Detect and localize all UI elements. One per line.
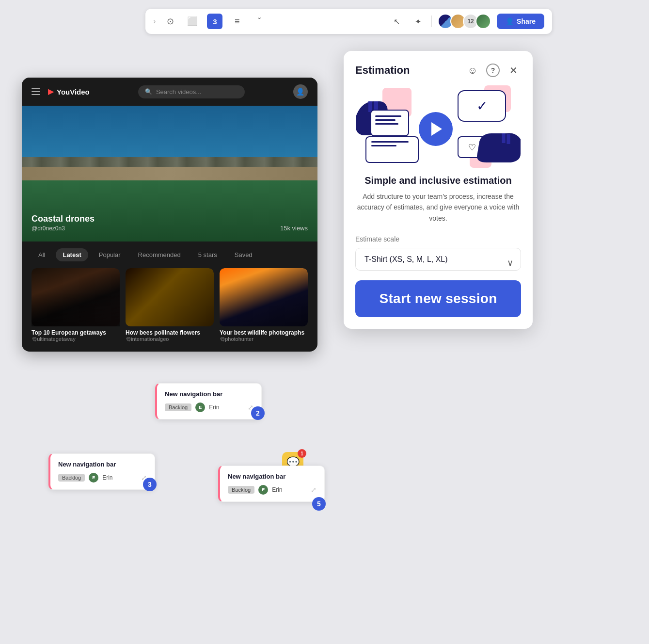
- video-title-3: Your best wildlife photographs: [220, 329, 308, 336]
- video-card-1[interactable]: Top 10 European getaways @ultimategetawa…: [32, 268, 120, 342]
- sticky-author-1: Erin: [209, 404, 219, 411]
- video-author-1: @ultimategetaway: [32, 336, 120, 342]
- estimation-subtitle: Simple and inclusive estimation: [355, 175, 521, 186]
- badge-5: 5: [312, 497, 326, 511]
- video-logo-text: YouVideo: [57, 88, 90, 96]
- avatar-photo2: [475, 14, 491, 29]
- video-logo: ▶ YouVideo: [48, 87, 90, 96]
- hero-title: Coastal drones: [32, 214, 95, 224]
- tab-latest[interactable]: Latest: [56, 248, 88, 261]
- hero-views: 15k views: [280, 225, 308, 232]
- text-icon[interactable]: ≡: [229, 14, 245, 29]
- tab-all[interactable]: All: [32, 248, 52, 261]
- sticky-note-3[interactable]: New navigation bar Backlog E Erin ⤢: [218, 466, 325, 502]
- sticky-note-1-footer: Backlog E Erin ⤢: [165, 402, 253, 412]
- sticky-note-3-footer: Backlog E Erin ⤢: [228, 485, 317, 495]
- illus-bottom-card: [365, 136, 419, 163]
- sticky-tag-3: Backlog: [228, 486, 254, 494]
- sticky-avatar-2: E: [89, 473, 98, 483]
- illus-right-hand: [472, 129, 521, 165]
- video-thumb-1: [32, 268, 120, 326]
- sticky-tag-2: Backlog: [58, 474, 85, 482]
- back-arrow-icon[interactable]: ›: [153, 17, 156, 26]
- toolbar-left: › ⊙ ⬜ 3 ≡ ˇ: [153, 14, 267, 29]
- estimation-icon[interactable]: 3: [207, 14, 222, 29]
- video-thumb-3: [220, 268, 308, 326]
- hero-info: Coastal drones @dr0nez0n3 15k views: [32, 214, 308, 232]
- close-icon[interactable]: ✕: [506, 63, 521, 78]
- play-triangle-icon: [431, 122, 442, 136]
- sticky-author-3: Erin: [272, 486, 282, 493]
- video-title-2: How bees pollinate flowers: [126, 329, 214, 336]
- user-avatar[interactable]: 👤: [293, 84, 308, 99]
- estimation-header-icons: ☺ ? ✕: [465, 63, 521, 78]
- clock-icon[interactable]: ⊙: [162, 14, 178, 29]
- illustration-container: ✓ ♡: [356, 85, 521, 168]
- sticky-note-1-title: New navigation bar: [165, 390, 253, 398]
- video-thumb-2: [126, 268, 214, 326]
- estimation-header: Estimation ☺ ? ✕: [344, 51, 533, 78]
- hero-author: @dr0nez0n3: [32, 225, 95, 232]
- video-title-1: Top 10 European getaways: [32, 329, 120, 336]
- sticky-note-2-footer: Backlog E Erin ⤢: [58, 473, 147, 483]
- sticky-note-2-title: New navigation bar: [58, 461, 147, 468]
- divider: [431, 16, 432, 27]
- estimation-illustration: ✓ ♡: [344, 78, 533, 175]
- estimation-body: Simple and inclusive estimation Add stru…: [344, 175, 533, 329]
- help-icon[interactable]: ?: [486, 64, 500, 77]
- sticky-author-2: Erin: [102, 474, 112, 481]
- toolbar: › ⊙ ⬜ 3 ≡ ˇ ↖ ✦ 12 👤 Share: [145, 9, 552, 34]
- badge-3: 3: [143, 478, 157, 491]
- tab-recommended[interactable]: Recommended: [131, 248, 188, 261]
- hero-shore: [22, 167, 317, 180]
- illus-card-lines: [375, 115, 404, 125]
- emoji-icon[interactable]: ☺: [465, 63, 480, 78]
- scale-select[interactable]: T-Shirt (XS, S, M, L, XL) Fibonacci (1, …: [355, 248, 521, 271]
- avatar-group: 12: [438, 14, 491, 29]
- video-search[interactable]: 🔍 Search videos...: [138, 85, 245, 98]
- cursor-icon[interactable]: ↖: [389, 14, 404, 29]
- illus-speech-bubble: ✓: [458, 90, 506, 122]
- sticky-note-2[interactable]: New navigation bar Backlog E Erin ⤢: [48, 453, 155, 490]
- sticky-avatar-1: E: [195, 402, 205, 412]
- share-icon: 👤: [506, 17, 514, 25]
- video-card-2[interactable]: How bees pollinate flowers @internationa…: [126, 268, 214, 342]
- chat-notification-badge: 1: [298, 449, 306, 458]
- hamburger-menu[interactable]: [32, 88, 40, 95]
- hero-forest: [22, 180, 317, 242]
- illus-bottom-lines: [371, 141, 413, 146]
- illus-play-button[interactable]: [419, 112, 453, 146]
- tab-popular[interactable]: Popular: [92, 248, 127, 261]
- video-app-mockup: ▶ YouVideo 🔍 Search videos... 👤 Coastal …: [22, 78, 317, 352]
- expand-icon-3[interactable]: ⤢: [311, 486, 317, 494]
- badge-2: 2: [251, 406, 265, 420]
- share-button[interactable]: 👤 Share: [497, 14, 544, 29]
- tab-saved[interactable]: Saved: [228, 248, 259, 261]
- video-card-3[interactable]: Your best wildlife photographs @photohun…: [220, 268, 308, 342]
- video-author-2: @internationalgeo: [126, 336, 214, 342]
- sticky-tag-1: Backlog: [165, 403, 191, 411]
- video-hero: Coastal drones @dr0nez0n3 15k views: [22, 106, 317, 242]
- scale-select-wrapper: T-Shirt (XS, S, M, L, XL) Fibonacci (1, …: [355, 248, 521, 280]
- sticky-note-3-title: New navigation bar: [228, 473, 317, 480]
- video-app-header: ▶ YouVideo 🔍 Search videos... 👤: [22, 78, 317, 106]
- toolbar-right: ↖ ✦ 12 👤 Share: [389, 14, 544, 29]
- checkmark-icon: ✓: [476, 98, 488, 114]
- scale-label: Estimate scale: [355, 235, 521, 243]
- video-tabs: All Latest Popular Recommended 5 stars S…: [22, 242, 317, 268]
- search-icon: 🔍: [145, 88, 152, 95]
- more-icon[interactable]: ˇ: [252, 14, 267, 29]
- start-session-button[interactable]: Start new session: [355, 280, 521, 317]
- estimation-description: Add structure to your team's process, in…: [355, 191, 521, 224]
- video-grid: Top 10 European getaways @ultimategetawa…: [22, 268, 317, 352]
- sticky-note-1[interactable]: New navigation bar Backlog E Erin ⤢: [155, 383, 262, 419]
- sticky-avatar-3: E: [258, 485, 268, 495]
- pen-icon[interactable]: ✦: [410, 14, 426, 29]
- video-logo-icon: ▶: [48, 87, 54, 96]
- search-placeholder: Search videos...: [156, 88, 201, 96]
- video-author-3: @photohunter: [220, 336, 308, 342]
- estimation-title: Estimation: [355, 64, 410, 77]
- frame-icon[interactable]: ⬜: [185, 14, 200, 29]
- illus-card: [370, 110, 409, 136]
- tab-5stars[interactable]: 5 stars: [191, 248, 224, 261]
